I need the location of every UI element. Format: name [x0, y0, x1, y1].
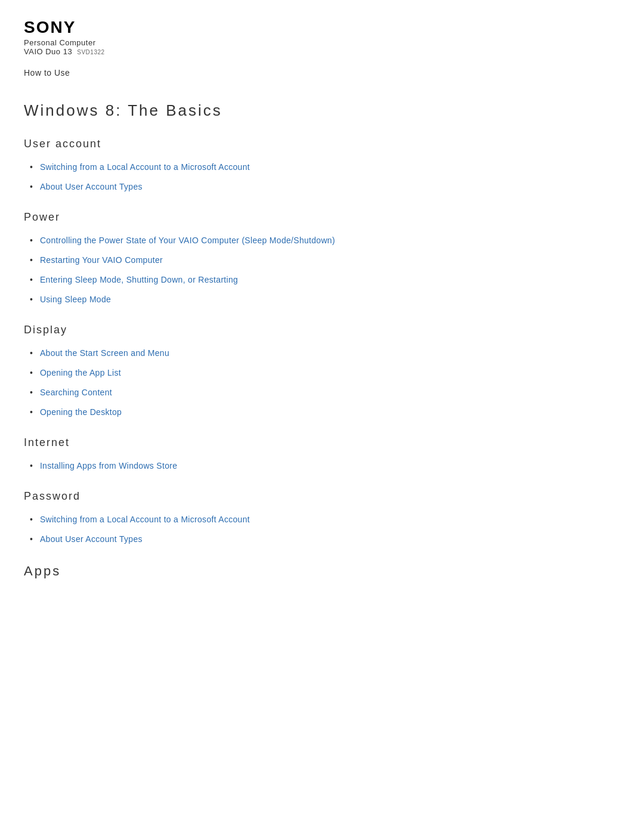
section-heading-internet: Internet: [24, 436, 620, 449]
product-name: VAIO Duo 13 SVD1322: [24, 47, 620, 56]
link-list-display: About the Start Screen and Menu Opening …: [24, 347, 620, 419]
list-item: Using Sleep Mode: [30, 293, 620, 306]
link-list-power: Controlling the Power State of Your VAIO…: [24, 234, 620, 306]
list-item: Restarting Your VAIO Computer: [30, 254, 620, 267]
list-item: About User Account Types: [30, 533, 620, 546]
section-heading-password: Password: [24, 490, 620, 503]
link-list-user-account: Switching from a Local Account to a Micr…: [24, 161, 620, 193]
nav-label: How to Use: [24, 68, 620, 78]
list-item: Installing Apps from Windows Store: [30, 460, 620, 472]
list-item: About the Start Screen and Menu: [30, 347, 620, 360]
link-opening-app-list[interactable]: Opening the App List: [40, 367, 121, 379]
link-using-sleep-mode[interactable]: Using Sleep Mode: [40, 293, 111, 306]
link-installing-apps-windows-store[interactable]: Installing Apps from Windows Store: [40, 460, 177, 472]
list-item: Switching from a Local Account to a Micr…: [30, 161, 620, 174]
section-heading-user-account: User account: [24, 138, 620, 150]
list-item: Entering Sleep Mode, Shutting Down, or R…: [30, 274, 620, 286]
link-restarting-vaio[interactable]: Restarting Your VAIO Computer: [40, 254, 163, 267]
link-opening-desktop[interactable]: Opening the Desktop: [40, 406, 122, 419]
page-title: Windows 8: The Basics: [24, 101, 620, 120]
list-item: Searching Content: [30, 386, 620, 399]
link-controlling-power-state[interactable]: Controlling the Power State of Your VAIO…: [40, 234, 335, 247]
page-header: SONY Personal Computer VAIO Duo 13 SVD13…: [24, 18, 620, 78]
list-item: Opening the Desktop: [30, 406, 620, 419]
section-heading-display: Display: [24, 324, 620, 336]
section-heading-power: Power: [24, 211, 620, 224]
section-power: Power Controlling the Power State of You…: [24, 211, 620, 306]
sony-logo: SONY: [24, 18, 620, 37]
link-entering-sleep-mode[interactable]: Entering Sleep Mode, Shutting Down, or R…: [40, 274, 238, 286]
product-model: SVD1322: [77, 49, 104, 55]
apps-section-heading: Apps: [24, 563, 620, 579]
link-switching-local-microsoft-1[interactable]: Switching from a Local Account to a Micr…: [40, 161, 250, 174]
section-display: Display About the Start Screen and Menu …: [24, 324, 620, 419]
section-password: Password Switching from a Local Account …: [24, 490, 620, 546]
list-item: Opening the App List: [30, 367, 620, 379]
list-item: Switching from a Local Account to a Micr…: [30, 513, 620, 526]
list-item: Controlling the Power State of Your VAIO…: [30, 234, 620, 247]
list-item: About User Account Types: [30, 181, 620, 193]
sections-container: User account Switching from a Local Acco…: [24, 138, 620, 546]
link-list-password: Switching from a Local Account to a Micr…: [24, 513, 620, 546]
link-about-user-account-types-2[interactable]: About User Account Types: [40, 533, 143, 546]
link-switching-local-microsoft-2[interactable]: Switching from a Local Account to a Micr…: [40, 513, 250, 526]
section-internet: Internet Installing Apps from Windows St…: [24, 436, 620, 472]
link-about-start-screen-menu[interactable]: About the Start Screen and Menu: [40, 347, 169, 360]
link-list-internet: Installing Apps from Windows Store: [24, 460, 620, 472]
link-searching-content[interactable]: Searching Content: [40, 386, 112, 399]
link-about-user-account-types-1[interactable]: About User Account Types: [40, 181, 143, 193]
section-user-account: User account Switching from a Local Acco…: [24, 138, 620, 193]
product-line: Personal Computer: [24, 38, 620, 47]
